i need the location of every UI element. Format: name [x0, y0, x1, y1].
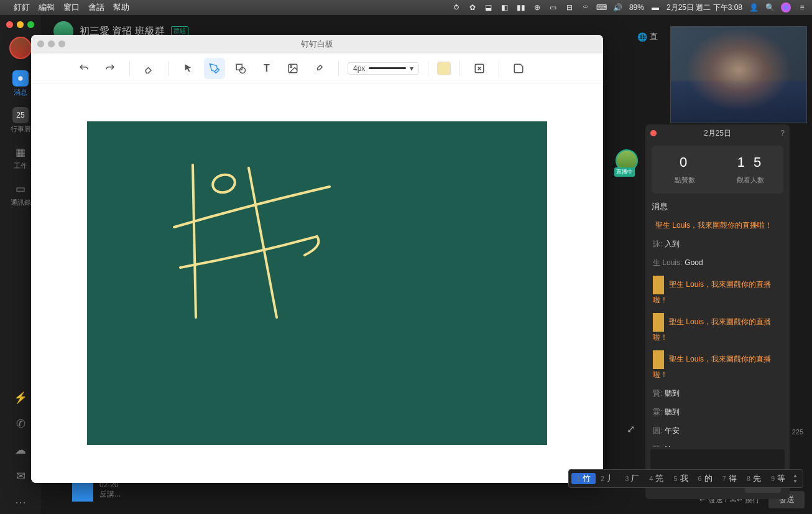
viewers-count: 1 5 [717, 154, 783, 171]
edit-button[interactable] [469, 58, 490, 79]
likes-stat: 0 點贊數 [652, 154, 717, 185]
minimize-icon[interactable] [17, 21, 24, 28]
app-name[interactable]: 釘釘 [14, 2, 30, 13]
grid-icon: ▦ [12, 144, 29, 160]
menu-help[interactable]: 幫助 [113, 2, 129, 13]
ime-candidate-bar[interactable]: 1竹2丿3厂4笎5我6的7得8先9等▲▼ [568, 469, 803, 488]
browser-tab-indicator[interactable]: 🌐 直 [637, 31, 658, 42]
image-button[interactable] [282, 58, 303, 79]
ime-candidate[interactable]: 2丿 [596, 473, 620, 484]
redo-button[interactable] [99, 58, 121, 79]
live-chat-messages[interactable]: 聖生 Louis，我來圍觀你的直播啦！詠:入到生 Louis:Good聖生 Lo… [645, 213, 790, 447]
undo-button[interactable] [73, 58, 95, 79]
spotlight-icon[interactable]: 🔍 [765, 2, 775, 12]
keyboard-icon[interactable]: ⌨ [597, 2, 607, 12]
stroke-width-select[interactable]: 4px ▾ [348, 62, 419, 75]
messages-title: 消息 [645, 197, 790, 213]
status-icon[interactable]: ▮▮ [516, 2, 526, 12]
ime-candidate[interactable]: 9等 [766, 473, 790, 484]
siri-icon[interactable] [781, 2, 791, 12]
chat-message: 聖生 Louis，我來圍觀你的直播啦！ [650, 272, 785, 309]
ime-candidate[interactable]: 7得 [717, 473, 742, 484]
chat-message: 聖生 Louis，我來圍觀你的直播啦！ [650, 216, 785, 235]
whiteboard-canvas[interactable] [31, 83, 603, 483]
battery-percent: 89% [629, 3, 644, 12]
whiteboard-toolbar: T 4px ▾ [31, 54, 603, 83]
ime-candidate[interactable]: 3厂 [620, 473, 644, 484]
chat-message: 賢:No [650, 440, 785, 447]
notification-center-icon[interactable]: ≡ [797, 2, 807, 12]
live-panel-header[interactable]: 2月25日 ? [645, 124, 790, 142]
stroke-label: 4px [353, 64, 365, 73]
pen-button[interactable] [204, 58, 225, 79]
webcam-video[interactable] [670, 26, 807, 123]
ime-page-arrows[interactable]: ▲▼ [790, 473, 800, 484]
chat-message: 生 Louis:Good [650, 253, 785, 272]
menu-edit[interactable]: 編輯 [39, 2, 55, 13]
ime-candidate[interactable]: 8先 [742, 473, 766, 484]
live-stats: 0 點贊數 1 5 觀看人數 [652, 146, 783, 194]
more-icon[interactable]: ⋯ [10, 490, 31, 514]
volume-icon[interactable]: 🔊 [613, 2, 623, 12]
battery-icon: ▬ [650, 2, 660, 12]
stroke-preview [369, 67, 406, 69]
globe-icon: 🌐 [637, 32, 647, 42]
close-icon[interactable] [6, 21, 13, 28]
text-button[interactable]: T [256, 58, 277, 79]
macos-menubar: 釘釘 編輯 窗口 會話 幫助 ⥁ ✿ ⬓ ◧ ▮▮ ⊕ ▭ ⊟ ⌔ ⌨ 🔊 89… [0, 0, 812, 15]
help-icon[interactable]: ? [780, 129, 785, 138]
sidebar-label: 工作 [14, 161, 27, 171]
drawing-board[interactable] [87, 121, 547, 445]
drawing-strokes [87, 121, 547, 445]
live-stream-panel: 2月25日 ? 0 點贊數 1 5 觀看人數 消息 聖生 Louis，我來圍觀你… [645, 124, 790, 499]
status-icon[interactable]: ⥁ [451, 2, 461, 12]
host-avatar[interactable]: 直播中 [616, 149, 638, 172]
contacts-icon: ▭ [12, 180, 29, 197]
svg-rect-0 [236, 64, 242, 70]
chat-message: 賢:聽到 [650, 384, 785, 403]
phone-icon[interactable]: ✆ [11, 412, 30, 436]
highlighter-button[interactable] [308, 58, 330, 79]
airplay-icon[interactable]: ▭ [548, 2, 558, 12]
chat-message: 聖生 Louis，我來圍觀你的直播啦！ [650, 347, 785, 384]
mail-icon[interactable]: ✉ [11, 464, 30, 488]
svg-point-3 [290, 65, 292, 67]
chat-message: 詠:入到 [650, 235, 785, 253]
ime-candidate[interactable]: 4笎 [644, 473, 668, 484]
ime-candidate[interactable]: 5我 [668, 473, 693, 484]
viewers-stat: 1 5 觀看人數 [717, 154, 783, 185]
cloud-icon[interactable]: ☁ [10, 438, 31, 462]
user-avatar[interactable] [9, 37, 32, 59]
viewers-label: 觀看人數 [717, 175, 783, 185]
maximize-icon[interactable] [27, 21, 34, 28]
select-button[interactable] [178, 58, 199, 79]
datetime[interactable]: 2月25日 週二 下午3:08 [667, 2, 742, 13]
whiteboard-titlebar[interactable]: 钉钉白板 [31, 35, 603, 54]
host-tag: 直播中 [614, 167, 635, 177]
ime-candidate[interactable]: 1竹 [571, 473, 596, 484]
live-date: 2月25日 [704, 128, 731, 139]
status-icon[interactable]: ⊕ [532, 2, 542, 12]
chat-message: 聖生 Louis，我來圍觀你的直播啦！ [650, 309, 785, 347]
live-chat-input[interactable] [650, 449, 785, 469]
color-picker[interactable] [437, 62, 451, 75]
wifi-icon[interactable]: ⌔ [581, 2, 591, 12]
eraser-button[interactable] [139, 58, 160, 79]
status-icon[interactable]: ✿ [468, 2, 478, 12]
user-icon[interactable]: 👤 [749, 2, 759, 12]
expand-icon[interactable]: ⤢ [627, 423, 635, 435]
window-controls[interactable] [6, 21, 34, 28]
ime-candidate[interactable]: 6的 [693, 473, 717, 484]
dropbox-icon[interactable]: ⬓ [484, 2, 494, 12]
lightning-icon[interactable]: ⚡ [9, 386, 32, 409]
shape-button[interactable] [230, 58, 251, 79]
bluetooth-icon[interactable]: ⊟ [565, 2, 574, 12]
sidebar-label: 消息 [14, 88, 27, 97]
menu-window[interactable]: 窗口 [63, 2, 80, 13]
status-icon[interactable]: ◧ [500, 2, 510, 12]
menu-conversation[interactable]: 會話 [88, 2, 104, 13]
whiteboard-title: 钉钉白板 [301, 39, 333, 50]
close-icon[interactable] [650, 130, 657, 136]
save-button[interactable] [508, 58, 529, 79]
character-count: 225 [792, 428, 803, 436]
